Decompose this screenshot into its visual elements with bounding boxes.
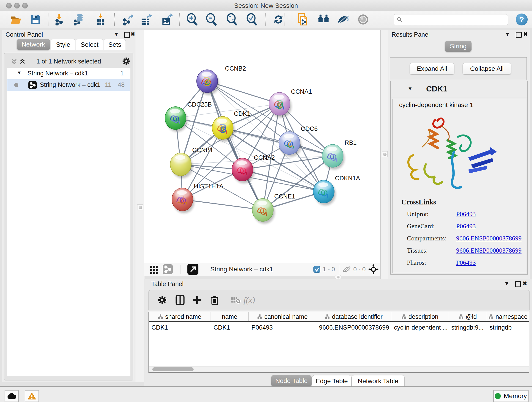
- show-all-button[interactable]: [357, 13, 369, 26]
- crosslink-link[interactable]: 9606.ENSP00000378699: [456, 235, 521, 242]
- export-image-button[interactable]: [161, 13, 173, 26]
- float-panel-icon[interactable]: [124, 32, 130, 38]
- table-cell[interactable]: CDK1: [211, 322, 249, 333]
- zoom-selected-button[interactable]: [246, 13, 258, 26]
- crosslink-link[interactable]: P06493: [456, 211, 476, 218]
- float-panel-icon[interactable]: [516, 32, 522, 38]
- collapse-panel-icon[interactable]: ▼: [505, 31, 510, 37]
- import-network-button[interactable]: [54, 13, 66, 26]
- sitemap-icon: [458, 314, 463, 319]
- column-header-name[interactable]: name: [211, 312, 249, 321]
- delete-table-icon[interactable]: [229, 294, 242, 306]
- toolbar-separator: [114, 13, 115, 26]
- help-button[interactable]: ?: [516, 13, 528, 26]
- crosslink-link[interactable]: 9606.ENSP00000378699: [456, 247, 521, 254]
- save-session-button[interactable]: [29, 13, 42, 26]
- zoom-out-button[interactable]: [205, 13, 218, 26]
- refresh-view-button[interactable]: [272, 13, 285, 26]
- zoom-in-button[interactable]: [186, 13, 198, 26]
- right-splitter[interactable]: [380, 30, 389, 279]
- left-splitter[interactable]: [135, 30, 145, 382]
- tab-string[interactable]: String: [445, 41, 472, 52]
- search-input[interactable]: [404, 16, 508, 24]
- collapse-arrow-icon[interactable]: ▼: [408, 86, 413, 92]
- home-networks-button[interactable]: [317, 13, 329, 26]
- column-header-database-identifier[interactable]: database identifier: [316, 312, 391, 321]
- network-collection-row[interactable]: ▼ String Network – cdk1 1: [7, 68, 130, 79]
- close-panel-icon[interactable]: ✖: [522, 281, 527, 287]
- network-row-selected[interactable]: String Network – cdk1 11 48: [7, 79, 130, 91]
- export-view-button[interactable]: [187, 263, 198, 275]
- close-panel-icon[interactable]: ✖: [131, 31, 135, 37]
- column-header-canonical-name[interactable]: canonical name: [249, 312, 316, 321]
- left-splitter-handle[interactable]: [137, 204, 143, 211]
- collapse-panel-icon[interactable]: ▼: [504, 281, 510, 287]
- float-panel-icon[interactable]: [515, 281, 521, 287]
- selected-checkbox-icon[interactable]: [313, 263, 320, 275]
- delete-column-icon[interactable]: [209, 294, 221, 306]
- network-canvas[interactable]: CCNB2CCNA1CDC25BCDK1CDC6RB1CCNB1CCNA2CDK…: [144, 30, 380, 263]
- network-node-HIST1H1A[interactable]: [172, 188, 194, 213]
- collapse-panel-icon[interactable]: ▼: [114, 31, 119, 37]
- column-header-description[interactable]: description: [391, 312, 449, 321]
- table-cell[interactable]: CDK1: [149, 322, 211, 333]
- crosslink-link[interactable]: P06493: [456, 223, 476, 230]
- table-horizontal-scrollbar[interactable]: [149, 366, 529, 372]
- tab-network[interactable]: Network: [17, 39, 50, 50]
- network-node-CDC25B[interactable]: [165, 107, 187, 132]
- collapse-arrow-icon[interactable]: ▼: [17, 70, 22, 75]
- crosslink-link[interactable]: P06493: [456, 259, 476, 266]
- table-cell[interactable]: 9606.ENSP00000378699: [316, 322, 391, 333]
- table-gear-icon[interactable]: [156, 294, 168, 306]
- hidden-eye-icon[interactable]: [342, 263, 351, 275]
- close-panel-icon[interactable]: ✖: [523, 31, 528, 37]
- warning-button[interactable]: [25, 390, 39, 402]
- tab-sets[interactable]: Sets: [104, 39, 126, 50]
- function-builder-icon[interactable]: f(x): [243, 294, 255, 306]
- table-cell[interactable]: cyclin-dependent ...: [391, 322, 449, 333]
- control-panel: Control Panel ▼ ✖ NetworkStyleSelectSets…: [2, 30, 135, 382]
- network-node-CCNA2[interactable]: [232, 158, 254, 183]
- protein-name: CDK1: [426, 84, 447, 93]
- network-node-RB1[interactable]: [322, 144, 345, 170]
- network-node-CCNE1[interactable]: [252, 198, 275, 224]
- add-column-icon[interactable]: [191, 294, 203, 306]
- fit-crosshair-icon[interactable]: [368, 263, 379, 275]
- bottom-splitter-handle[interactable]: [335, 275, 341, 279]
- cloud-button[interactable]: [5, 390, 19, 402]
- gear-icon[interactable]: [122, 57, 130, 65]
- import-table-button[interactable]: [94, 13, 107, 26]
- expand-all-button[interactable]: Expand All: [410, 63, 454, 75]
- column-header-shared-name[interactable]: shared name: [149, 312, 211, 321]
- column-header-@id[interactable]: @id: [448, 312, 487, 321]
- network-overview-icon[interactable]: [163, 263, 173, 275]
- network-node-CCNB2[interactable]: [196, 70, 219, 95]
- tab-select[interactable]: Select: [76, 39, 103, 50]
- memory-button[interactable]: Memory: [493, 390, 529, 402]
- table-cell[interactable]: P06493: [249, 322, 316, 333]
- table-cell[interactable]: stringdb:9...: [448, 322, 487, 333]
- birdseye-grid-icon[interactable]: [149, 263, 158, 275]
- zoom-fit-button[interactable]: [226, 13, 238, 26]
- protein-header-row[interactable]: ▼ CDK1: [391, 81, 527, 97]
- tab-node-table[interactable]: Node Table: [271, 375, 312, 387]
- tab-style[interactable]: Style: [51, 39, 75, 50]
- network-node-CCNA1[interactable]: [269, 92, 291, 118]
- open-session-button[interactable]: [10, 13, 22, 26]
- hide-selected-button[interactable]: [337, 13, 349, 26]
- collapse-all-button[interactable]: Collapse All: [462, 63, 511, 75]
- export-network-button[interactable]: [121, 13, 134, 26]
- network-node-CDKN1A[interactable]: [313, 180, 336, 205]
- tab-network-table[interactable]: Network Table: [351, 375, 405, 387]
- tab-edge-table[interactable]: Edge Table: [312, 375, 351, 387]
- column-header-namespace[interactable]: namespace: [487, 312, 529, 321]
- import-database-button[interactable]: [73, 13, 85, 26]
- scrollbar-thumb[interactable]: [152, 367, 194, 371]
- table-row[interactable]: CDK1CDK1P064939606.ENSP00000378699cyclin…: [149, 322, 529, 333]
- table-cell[interactable]: stringdb: [487, 322, 529, 333]
- show-columns-icon[interactable]: [174, 294, 186, 306]
- copy-network-button[interactable]: [297, 13, 309, 26]
- column-label: @id: [466, 313, 477, 320]
- right-splitter-handle[interactable]: [382, 151, 388, 157]
- export-table-button[interactable]: [140, 13, 152, 26]
